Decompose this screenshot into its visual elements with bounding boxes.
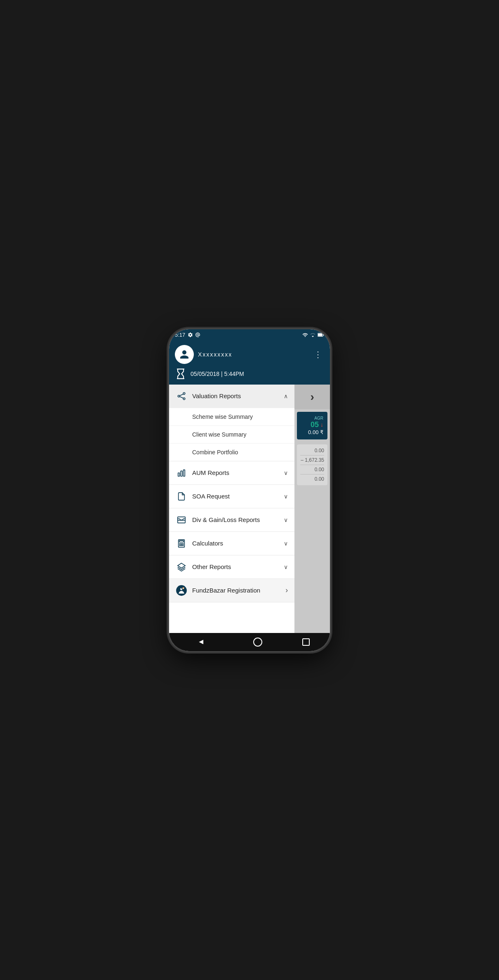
bg-val-4: 0.00 xyxy=(315,476,324,482)
divgain-reports-header[interactable]: Div & Gain/Loss Reports xyxy=(169,508,294,531)
username: Xxxxxxxxx xyxy=(198,351,232,358)
bg-val-2: – 1,672.35 xyxy=(301,457,324,463)
bg-tile-label: AGR xyxy=(314,416,323,420)
combine-portfolio-item[interactable]: Combine Portfolio xyxy=(169,443,294,461)
svg-point-16 xyxy=(181,543,182,544)
avatar xyxy=(175,345,194,364)
fundzbazar-label: FundzBazar Registration xyxy=(192,587,285,594)
fundzbazar-section: FundzBazar Registration xyxy=(169,579,294,602)
svg-rect-10 xyxy=(184,470,185,476)
fundzbazar-arrow xyxy=(285,586,288,595)
divgain-reports-arrow xyxy=(284,517,288,523)
svg-rect-1 xyxy=(318,334,322,336)
bg-arrow-area[interactable]: › xyxy=(294,385,330,409)
soa-request-label: SOA Request xyxy=(192,493,284,500)
divgain-reports-section: Div & Gain/Loss Reports xyxy=(169,508,294,532)
bg-tile-1: AGR 05 ↓ 0.00 ₹ xyxy=(297,412,327,439)
svg-point-15 xyxy=(179,543,180,544)
aum-reports-label: AUM Reports xyxy=(192,469,284,476)
client-wise-summary-item[interactable]: Client wise Summary xyxy=(169,425,294,443)
bg-tile-2: 0.00 – 1,672.35 0.00 0.00 xyxy=(297,444,327,485)
bg-val-3: 0.00 xyxy=(315,467,324,472)
svg-rect-8 xyxy=(178,473,180,476)
header-datetime: 05/05/2018 | 5:44PM xyxy=(191,371,244,377)
soa-request-header[interactable]: SOA Request xyxy=(169,485,294,508)
bg-tile-arrow: ↓ xyxy=(320,421,323,428)
calculators-label: Calculators xyxy=(192,540,284,547)
svg-point-17 xyxy=(183,543,184,544)
header-date: 05/05/2018 | 5:44PM xyxy=(175,368,324,380)
other-reports-section: Other Reports xyxy=(169,555,294,579)
at-icon xyxy=(195,332,200,338)
aum-reports-header[interactable]: AUM Reports xyxy=(169,461,294,484)
back-button[interactable]: ◄ xyxy=(189,634,213,649)
svg-marker-21 xyxy=(178,563,185,568)
calculators-header[interactable]: Calculators xyxy=(169,532,294,555)
header-menu-dots[interactable]: ⋮ xyxy=(312,348,324,361)
svg-rect-14 xyxy=(179,541,184,542)
document-icon xyxy=(176,491,187,502)
svg-point-20 xyxy=(183,545,184,545)
scheme-wise-summary-item[interactable]: Scheme wise Summary xyxy=(169,408,294,425)
status-time: 5:17 xyxy=(175,332,185,338)
phone-screen: 5:17 xyxy=(169,329,330,651)
gear-icon xyxy=(188,332,193,338)
app-header: Xxxxxxxxx ⋮ 05/05/2018 | 5:44PM xyxy=(169,341,330,385)
bg-tile-value: 05 xyxy=(311,420,319,429)
bar-chart-icon xyxy=(176,467,187,479)
hourglass-icon xyxy=(175,368,186,380)
fundzbazar-icon xyxy=(176,585,187,596)
calculators-section: Calculators xyxy=(169,532,294,555)
valuation-reports-submenu: Scheme wise Summary Client wise Summary … xyxy=(169,408,294,461)
status-bar: 5:17 xyxy=(169,329,330,341)
svg-point-3 xyxy=(178,395,180,397)
bottom-navigation: ◄ xyxy=(169,633,330,651)
layers-icon xyxy=(176,561,187,573)
network-icon xyxy=(176,390,187,402)
bg-tile-sub: 0.00 ₹ xyxy=(308,429,323,435)
main-content: Valuation Reports Scheme wise Summary Cl… xyxy=(169,385,330,633)
background-panel: › AGR 05 ↓ 0.00 ₹ 0.00 – 1,672.35 0.00 xyxy=(294,385,330,633)
status-right-icons xyxy=(302,332,324,338)
battery-icon xyxy=(318,332,324,338)
bg-val-1: 0.00 xyxy=(315,448,324,453)
svg-rect-2 xyxy=(323,334,324,335)
aum-reports-section: AUM Reports xyxy=(169,461,294,485)
soa-request-arrow xyxy=(284,493,288,500)
other-reports-label: Other Reports xyxy=(192,563,284,570)
right-arrow-icon: › xyxy=(310,390,314,404)
svg-point-4 xyxy=(183,392,185,394)
wifi-icon xyxy=(302,332,308,338)
soa-request-section: SOA Request xyxy=(169,485,294,508)
valuation-reports-header[interactable]: Valuation Reports xyxy=(169,385,294,408)
svg-line-6 xyxy=(180,394,184,395)
svg-rect-9 xyxy=(181,471,182,476)
divgain-reports-label: Div & Gain/Loss Reports xyxy=(192,516,284,523)
svg-point-5 xyxy=(183,398,185,400)
inbox-icon xyxy=(176,514,187,526)
svg-point-18 xyxy=(179,545,180,545)
valuation-reports-arrow xyxy=(284,393,288,399)
recent-apps-button[interactable] xyxy=(302,638,310,646)
home-button[interactable] xyxy=(253,638,262,647)
fundzbazar-header[interactable]: FundzBazar Registration xyxy=(169,579,294,602)
calculators-arrow xyxy=(284,540,288,547)
other-reports-header[interactable]: Other Reports xyxy=(169,555,294,579)
calculator-icon xyxy=(176,538,187,549)
valuation-reports-section: Valuation Reports Scheme wise Summary Cl… xyxy=(169,385,294,461)
valuation-reports-label: Valuation Reports xyxy=(192,392,284,399)
svg-point-19 xyxy=(181,545,182,545)
status-icons xyxy=(188,332,200,338)
svg-line-7 xyxy=(180,396,184,398)
phone-frame: 5:17 xyxy=(169,329,330,651)
signal-icon xyxy=(310,332,315,338)
other-reports-arrow xyxy=(284,564,288,570)
aum-reports-arrow xyxy=(284,470,288,476)
nav-drawer: Valuation Reports Scheme wise Summary Cl… xyxy=(169,385,294,633)
user-info: Xxxxxxxxx xyxy=(175,345,232,364)
user-avatar-icon xyxy=(178,348,191,361)
